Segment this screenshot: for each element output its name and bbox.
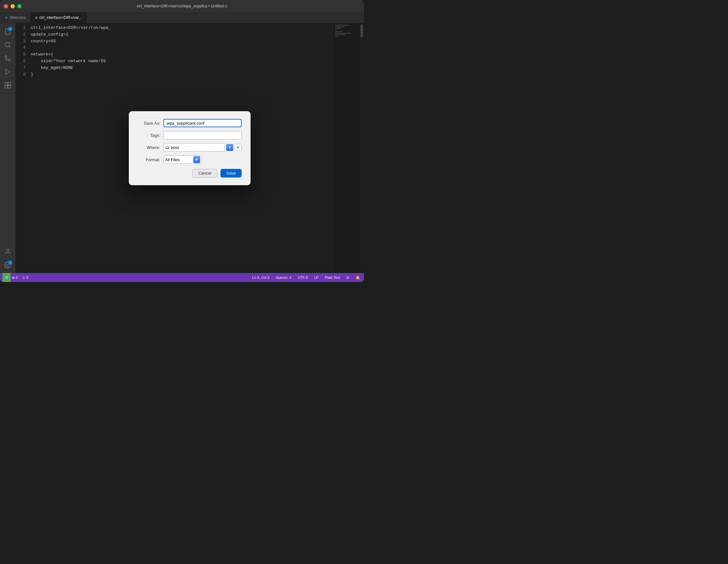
format-row: Format: All Files ▼ [138,155,242,164]
sidebar-item-account[interactable] [2,246,13,257]
svg-rect-8 [8,86,11,88]
eol-text: LF [314,276,319,279]
svg-line-1 [9,46,10,47]
indentation[interactable]: Spaces: 4 [275,273,293,282]
where-expand-button[interactable]: ▼ [235,144,242,151]
language-text: Plain Text [325,276,340,279]
maximize-button[interactable] [17,4,21,8]
svg-point-3 [5,56,7,58]
format-dropdown-button[interactable]: ▼ [193,156,200,163]
svg-marker-4 [6,69,10,75]
where-label: Where: [138,145,160,150]
close-button[interactable] [4,4,8,8]
encoding[interactable]: UTF-8 [296,273,309,282]
tab-editor-label: ctrl_interface=DIR=/var... [39,15,82,20]
svg-point-10 [7,264,9,266]
sidebar-item-search[interactable] [2,39,13,50]
notifications-button[interactable]: 🔔 [354,273,361,282]
svg-point-9 [6,249,9,251]
tabbar: ✦ Welcome ≡ ctrl_interface=DIR=/var... [0,12,364,23]
tab-editor[interactable]: ≡ ctrl_interface=DIR=/var... [31,12,87,23]
broadcast-icon: ⊘ [346,276,349,280]
save-as-label: Save As: [138,121,160,126]
tab-editor-icon: ≡ [35,15,37,20]
save-dialog: Save As: Tags: Where: 🗂 boot ▼ [129,111,251,185]
activity-bar: 1 [0,23,15,273]
dialog-overlay: Save As: Tags: Where: 🗂 boot ▼ [15,23,364,273]
tab-welcome[interactable]: ✦ Welcome [0,12,31,23]
window-controls [4,4,21,8]
position-text: Ln 8, Col 2 [252,276,269,279]
sidebar-item-source-control[interactable] [2,53,13,64]
branch-indicator[interactable]: ✕ [3,273,11,282]
branch-icon: ✕ [5,276,8,280]
error-icon: ⊗ [12,276,15,280]
broadcast-button[interactable]: ⊘ [345,273,351,282]
svg-point-2 [9,59,11,61]
sidebar-item-explorer[interactable]: 1 [2,26,13,37]
where-value: boot [171,145,179,150]
error-number: 0 [16,276,18,279]
cancel-button[interactable]: Cancel [192,169,217,178]
svg-point-0 [5,42,10,47]
save-as-row: Save As: [138,119,242,127]
where-select[interactable]: 🗂 boot [163,143,225,152]
tab-welcome-label: Welcome [10,15,26,20]
warning-count[interactable]: ⚠ 0 [21,273,29,282]
tags-input[interactable] [163,131,242,139]
statusbar-right: Ln 8, Col 2 Spaces: 4 UTF-8 LF Plain Tex… [251,273,361,282]
sidebar-item-run[interactable] [2,66,13,77]
vscode-icon: ✦ [4,15,8,20]
warning-number: 0 [26,276,28,279]
encoding-text: UTF-8 [298,276,308,279]
language-mode[interactable]: Plain Text [324,273,342,282]
format-value: All Files [165,157,180,162]
where-selector: 🗂 boot ▼ ▼ [163,143,242,152]
window-title: ctrl_interface=DIR=/var/run/wpa_supplica… [137,4,227,8]
error-count[interactable]: ⊗ 0 [11,273,19,282]
folder-icon: 🗂 [165,145,170,150]
settings-badge: 1 [8,260,12,265]
explorer-badge: 1 [8,27,12,31]
sidebar-item-settings[interactable]: 1 [2,260,13,270]
svg-rect-6 [8,82,11,85]
eol-sequence[interactable]: LF [313,273,320,282]
cursor-position[interactable]: Ln 8, Col 2 [251,273,270,282]
format-label: Format: [138,157,160,162]
editor-area[interactable]: 1 2 3 4 5 6 7 8 ctrl_interface=DIR=/var/… [15,23,364,273]
warning-icon: ⚠ [22,276,25,280]
tags-row: Tags: [138,131,242,139]
main-layout: 1 [0,23,364,273]
titlebar: ctrl_interface=DIR=/var/run/wpa_supplica… [0,0,364,12]
filename-input[interactable] [163,119,242,127]
spaces-text: Spaces: 4 [276,276,292,279]
bell-icon: 🔔 [356,276,360,280]
statusbar: ✕ ⊗ 0 ⚠ 0 Ln 8, Col 2 Spaces: 4 UTF-8 LF… [0,273,364,282]
where-dropdown-button[interactable]: ▼ [226,144,233,151]
minimize-button[interactable] [11,4,15,8]
activity-bar-bottom: 1 [2,246,13,273]
svg-rect-7 [5,86,7,88]
statusbar-left: ⊗ 0 ⚠ 0 [11,273,29,282]
tags-label: Tags: [138,133,160,138]
save-button[interactable]: Save [220,169,242,178]
dialog-buttons: Cancel Save [138,169,242,178]
svg-rect-5 [5,82,7,85]
sidebar-item-extensions[interactable] [2,80,13,91]
format-select[interactable]: All Files ▼ [163,155,202,164]
where-row: Where: 🗂 boot ▼ ▼ [138,143,242,152]
